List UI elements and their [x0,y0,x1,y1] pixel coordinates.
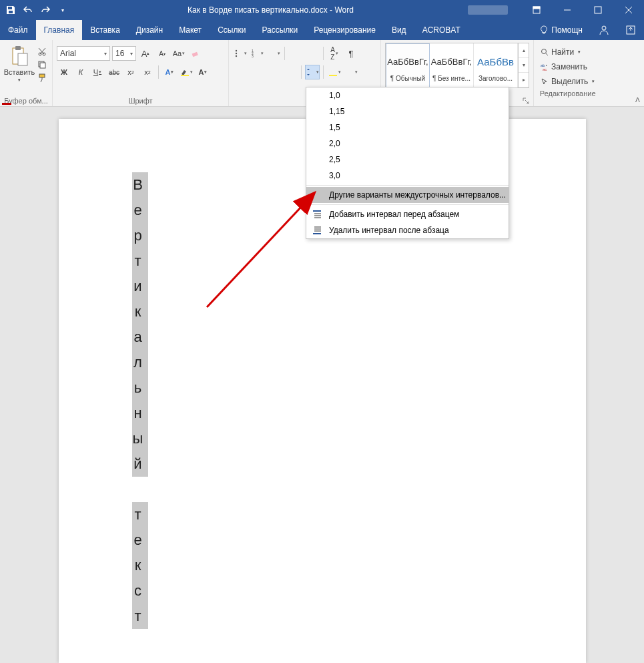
svg-rect-1 [9,11,13,13]
change-case-icon[interactable]: Aa [172,46,186,61]
format-painter-icon[interactable] [37,73,47,84]
align-left-icon[interactable] [233,65,248,79]
tab-view[interactable]: Вид [384,20,414,40]
spacing-2-5[interactable]: 2,5 [306,152,509,168]
tab-acrobat[interactable]: ACROBAT [414,20,468,40]
align-right-icon[interactable] [266,65,281,79]
svg-rect-19 [192,52,198,57]
clear-format-icon[interactable] [188,46,203,61]
replace-label: Заменить [551,62,587,71]
tab-references[interactable]: Ссылки [210,20,254,40]
strike-button[interactable]: abc [107,65,121,79]
svg-text:3: 3 [252,54,254,58]
vertical-text[interactable]: Вертикальныйтекст [132,172,513,629]
text-effects-icon[interactable]: A [162,65,177,79]
subscript-icon[interactable]: x2 [123,65,138,79]
grow-font-icon[interactable]: A▴ [138,46,153,61]
collapse-ribbon-icon[interactable]: ᐱ [635,96,640,103]
shading-icon[interactable] [327,65,342,79]
select-button[interactable]: Выделить▾ [541,75,595,88]
find-button[interactable]: Найти▾ [541,45,595,59]
sort-icon[interactable]: AZ [327,46,342,61]
copy-icon[interactable] [37,60,47,71]
italic-button[interactable]: К [73,65,88,79]
styles-dialog-launcher[interactable] [523,97,529,104]
svg-line-63 [546,53,548,55]
qat-customize-icon[interactable]: ▾ [57,5,68,15]
minimize-icon[interactable] [552,0,583,20]
style-preview: АаБбВвГг, [431,49,472,75]
remove-space-after-label: Удалить интервал после абзаца [329,226,449,235]
space-before-icon [312,209,322,220]
close-icon[interactable] [613,0,644,20]
underline-button[interactable]: Ч [90,65,105,79]
style-normal[interactable]: АаБбВвГг, ¶ Обычный [386,43,430,87]
undo-icon[interactable] [23,5,33,15]
cut-icon[interactable] [37,47,47,57]
find-label: Найти [551,47,574,57]
ribbon-tabs: Файл Главная Вставка Дизайн Макет Ссылки… [0,20,644,40]
group-font: Arial▾ 16▾ A▴ A▾ Aa Ж К Ч abc x2 x2 A A … [53,40,229,106]
paste-icon [10,45,29,67]
style-nospacing[interactable]: АаБбВвГг, ¶ Без инте... [430,43,474,87]
shrink-font-icon[interactable]: A▾ [155,46,170,61]
add-space-before[interactable]: Добавить интервал перед абзацем [306,206,509,222]
svg-rect-58 [329,75,337,76]
svg-rect-5 [595,7,601,13]
bullets-icon[interactable] [233,46,248,61]
spacing-3-0[interactable]: 3,0 [306,168,509,184]
justify-icon[interactable] [283,65,298,79]
style-heading1[interactable]: АаБбВв Заголово... [474,43,518,87]
font-color-icon[interactable]: A [196,65,210,79]
search-icon [541,48,549,56]
spacing-more-options[interactable]: Другие варианты междустрочных интервалов… [306,187,509,203]
pilcrow-icon[interactable]: ¶ [344,46,358,61]
bold-button[interactable]: Ж [57,65,71,79]
share-icon[interactable] [617,25,644,35]
numbering-icon[interactable]: 123 [250,46,264,61]
group-font-label: Шрифт [57,95,224,105]
svg-point-23 [235,55,236,57]
tab-file[interactable]: Файл [0,20,36,40]
tab-review[interactable]: Рецензирование [306,20,384,40]
tab-mailings[interactable]: Рассылки [254,20,306,40]
group-editing: Найти▾ abac Заменить Выделить▾ Редактиро… [534,40,601,106]
styles-scroll[interactable]: ▴▾▸ [518,43,529,87]
align-center-icon[interactable] [250,65,264,79]
ribbon-options-icon[interactable] [521,0,552,20]
tab-home[interactable]: Главная [36,20,83,40]
redo-icon[interactable] [40,5,51,15]
spacing-2-0[interactable]: 2,0 [306,136,509,152]
spacing-1-15[interactable]: 1,15 [306,103,509,120]
multilevel-icon[interactable] [266,46,281,61]
dec-indent-icon[interactable] [288,46,303,61]
inc-indent-icon[interactable] [305,46,320,61]
borders-icon[interactable] [344,65,358,79]
line-spacing-button[interactable] [305,65,320,79]
remove-space-after[interactable]: Удалить интервал после абзаца [306,222,509,238]
paste-button[interactable]: Вставить ▾ [4,43,35,83]
spacing-1-5[interactable]: 1,5 [306,120,509,136]
svg-point-21 [235,50,236,51]
tab-insert[interactable]: Вставка [82,20,128,40]
tab-design[interactable]: Дизайн [128,20,171,40]
font-name-combo[interactable]: Arial▾ [57,46,110,61]
svg-point-22 [235,53,236,54]
highlight-icon[interactable] [179,65,194,79]
style-name: ¶ Обычный [390,75,425,82]
tell-me[interactable]: Помощн [531,25,591,35]
add-space-before-label: Добавить интервал перед абзацем [329,210,459,219]
font-name-value: Arial [60,49,76,58]
maximize-icon[interactable] [583,0,613,20]
account-icon[interactable] [591,25,617,35]
style-preview: АаБбВв [477,49,514,75]
style-name: Заголово... [478,75,513,82]
font-size-combo[interactable]: 16▾ [112,46,136,61]
replace-button[interactable]: abac Заменить [541,60,595,73]
account-area[interactable] [468,5,508,15]
style-gallery[interactable]: АаБбВвГг, ¶ Обычный АаБбВвГг, ¶ Без инте… [385,43,529,88]
superscript-icon[interactable]: x2 [140,65,155,79]
spacing-1-0[interactable]: 1,0 [306,87,509,103]
tab-layout[interactable]: Макет [171,20,210,40]
save-icon[interactable] [5,5,16,15]
